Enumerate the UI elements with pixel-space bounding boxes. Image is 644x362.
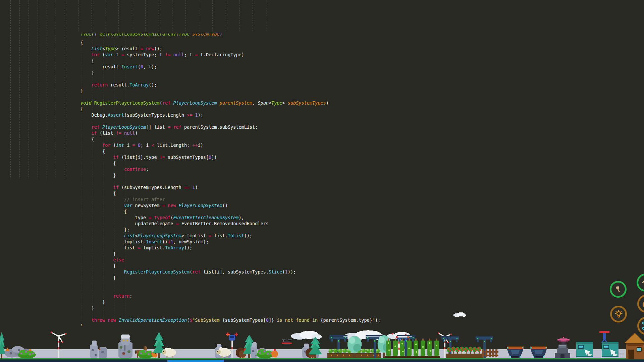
code-line[interactable]: }; <box>80 227 380 233</box>
code-line[interactable] <box>80 76 380 82</box>
code-token: Debug. <box>80 112 108 118</box>
code-token: ) <box>326 100 329 106</box>
idea-lightbulb-button[interactable] <box>610 306 627 322</box>
code-line[interactable]: void RegisterPlayerLoopSystem(ref Player… <box>80 100 380 106</box>
code-line[interactable] <box>80 311 380 317</box>
code-line[interactable]: { <box>80 136 380 142</box>
bulb-icon <box>615 310 622 317</box>
code-token: ref <box>92 124 100 130</box>
indent-guide <box>29 0 29 179</box>
code-line[interactable]: { <box>80 40 380 46</box>
code-line[interactable]: { <box>80 263 380 269</box>
axe-tool-button[interactable] <box>610 281 627 298</box>
code-token: = <box>176 221 178 226</box>
code-line[interactable]: List<Type> result = new(); <box>80 46 380 52</box>
code-line[interactable] <box>80 281 380 287</box>
drone-icon <box>643 322 644 329</box>
code-line[interactable]: updateDelegate = EventBetter.RemoveUnuse… <box>80 221 380 227</box>
code-token <box>165 203 168 208</box>
code-line[interactable]: { <box>80 208 380 215</box>
code-line[interactable]: } <box>80 275 380 281</box>
code-editor-surface[interactable]: Type[] GetPlayerLoopSystemHierarchy(Type… <box>0 0 644 362</box>
code-line[interactable]: { <box>80 106 380 112</box>
code-token: continue <box>124 167 146 172</box>
code-token: ( <box>138 64 141 69</box>
code-token: systemType <box>192 34 219 36</box>
code-line[interactable]: { <box>80 58 380 64</box>
code-token: Type <box>179 34 190 36</box>
code-token: PlayerLoopSystem <box>138 233 181 238</box>
code-line[interactable]: } <box>80 251 380 257</box>
code-token: { <box>80 148 105 154</box>
code-line[interactable]: continue; <box>80 166 380 172</box>
code-token <box>100 124 102 130</box>
code-line[interactable]: else <box>80 257 380 263</box>
code-token: (list <box>97 130 116 136</box>
code-token: >= <box>187 112 192 118</box>
code-token <box>80 317 92 323</box>
code-token: for <box>92 52 100 57</box>
code-line[interactable]: List<PlayerLoopSystem> tmpList = list.To… <box>80 233 380 239</box>
code-lines[interactable]: Type[] GetPlayerLoopSystemHierarchy(Type… <box>80 34 380 326</box>
code-line[interactable]: } <box>80 305 380 311</box>
clipped-code-line[interactable]: Type[] GetPlayerLoopSystemHierarchy(Type… <box>80 34 380 36</box>
code-token: ), <box>238 215 244 220</box>
code-token <box>80 130 92 136</box>
code-token: } <box>80 323 83 326</box>
code-token: 0 <box>209 155 211 160</box>
code-token: throw <box>92 317 105 323</box>
code-line[interactable]: return result.ToArray(); <box>80 82 380 88</box>
code-token: list.Length; <box>154 142 193 148</box>
code-line[interactable]: { <box>80 160 380 166</box>
code-line[interactable] <box>80 178 380 184</box>
code-token: (); <box>149 82 157 87</box>
code-token: int <box>116 142 124 148</box>
code-token: i) <box>198 142 203 148</box>
code-token: ToArray <box>165 245 184 250</box>
code-token: " <box>372 317 375 323</box>
code-token: PlayerLoopSystem <box>173 100 217 106</box>
code-line[interactable] <box>80 118 380 124</box>
code-line[interactable]: } <box>80 172 380 178</box>
code-line[interactable]: RegisterPlayerLoopSystem(ref list[i], su… <box>80 269 380 275</box>
code-token <box>217 100 219 106</box>
code-line[interactable]: type = typeof(EventBetterCleanupSystem), <box>80 215 380 221</box>
code-token: tmpList. <box>80 239 146 244</box>
code-line[interactable]: } <box>80 70 380 76</box>
code-token <box>80 269 124 275</box>
code-line[interactable]: return; <box>80 293 380 299</box>
code-line[interactable]: if (subSystemTypes.Length == 1) <box>80 184 380 190</box>
code-line[interactable]: if (list != null) <box>80 130 380 136</box>
code-token <box>80 46 92 51</box>
code-line[interactable]: { <box>80 148 380 154</box>
code-line[interactable]: var newSystem = new PlayerLoopSystem() <box>80 202 380 208</box>
code-token: (); <box>244 233 252 238</box>
code-line[interactable]: // insert after <box>80 196 380 202</box>
code-token: () <box>222 203 228 208</box>
code-token <box>92 100 94 106</box>
indent-guide <box>56 0 56 179</box>
code-line[interactable]: Type[] GetPlayerLoopSystemHierarchy(Type… <box>80 34 380 36</box>
code-line[interactable]: list = tmpList.ToArray(); <box>80 245 380 251</box>
code-line[interactable] <box>80 94 380 100</box>
code-token: = <box>162 203 165 208</box>
code-line[interactable]: for (var t = systemType; t != null; t = … <box>80 52 380 58</box>
code-line[interactable]: ref PlayerLoopSystem[] list = ref parent… <box>80 124 380 130</box>
code-line[interactable]: if (list[i].type != subSystemTypes[0]) <box>80 154 380 160</box>
code-token: } <box>80 305 94 311</box>
code-line[interactable]: for (int i = 0; i < list.Length; ++i) <box>80 142 380 148</box>
code-line[interactable]: { <box>80 190 380 196</box>
code-line[interactable] <box>80 287 380 293</box>
code-line[interactable]: } <box>80 299 380 305</box>
code-line[interactable]: result.Insert(0, t); <box>80 64 380 70</box>
code-line[interactable]: tmpList.Insert(i+1, newSystem); <box>80 239 380 245</box>
code-line[interactable]: } <box>80 88 380 94</box>
code-line[interactable]: throw new InvalidOperationException($"Su… <box>80 317 380 323</box>
code-token: 0 <box>141 64 143 69</box>
code-token: List <box>92 46 103 51</box>
code-line[interactable]: Debug.Assert(subSystemTypes.Length >= 1)… <box>80 112 380 118</box>
axe-icon <box>616 286 620 292</box>
indent-guide <box>212 0 213 31</box>
code-token: Insert <box>146 239 162 244</box>
code-line[interactable]: } <box>80 323 380 326</box>
